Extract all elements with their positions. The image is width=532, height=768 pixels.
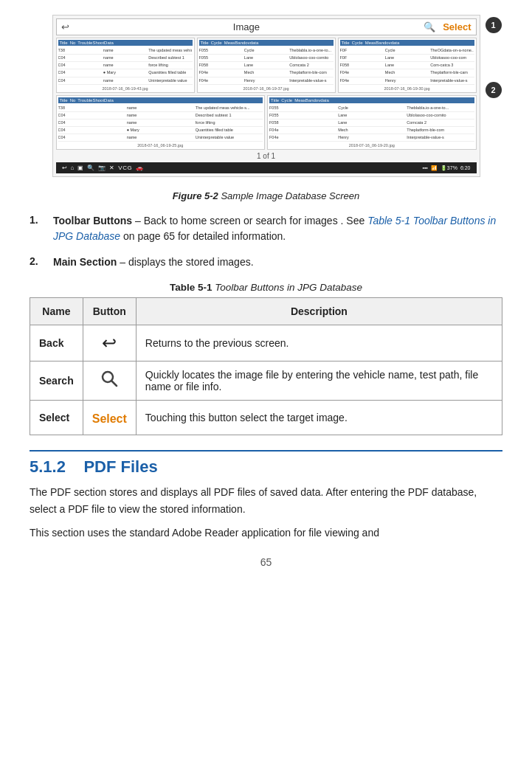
document-list: 1. Toolbar Buttons – Back to home screen… xyxy=(30,213,502,270)
thumb3-date: 2018-07-16_06-19-30.jpg xyxy=(340,86,474,91)
list-num-2: 2. xyxy=(30,255,44,267)
device-left-icons: ↩ ⌂ ▣ 🔍 📷 ✕ VCG 🚗 xyxy=(62,165,144,171)
table-title-italic: Toolbar Buttons in JPG Database xyxy=(215,282,362,293)
thumb5-rows: F055CycleTheblabla.io-a-one-to... F055La… xyxy=(269,105,474,142)
toolbar-select-button[interactable]: Select xyxy=(443,21,471,32)
list-item-1: 1. Toolbar Buttons – Back to home screen… xyxy=(30,213,502,244)
thumb2-rows: F055CycleTheblabla.io-a-one-to... F055La… xyxy=(199,47,334,85)
callout-2: 2 xyxy=(486,82,502,98)
thumb3-header: TitleCycleMeasBandovdata xyxy=(340,40,474,46)
figure-caption-label: Figure 5-2 xyxy=(173,190,218,201)
device-wifi-icon: 📶 xyxy=(431,165,438,171)
thumb1-header: TitleNoTroubleShootData xyxy=(58,40,193,46)
list-term-1: Toolbar Buttons xyxy=(53,215,132,226)
list-text-2: displays the stored images. xyxy=(128,256,254,268)
toolbar-search-icon[interactable]: 🔍 xyxy=(424,21,435,32)
row-search-name: Search xyxy=(30,361,83,401)
select-orange-label: Select xyxy=(92,412,127,425)
page-number: 65 xyxy=(30,556,502,568)
col-button-header: Button xyxy=(83,298,136,325)
row-select-button: Select xyxy=(83,401,136,435)
thumbnail-1[interactable]: TitleNoTroubleShootData T38nameThe updat… xyxy=(56,38,195,93)
figure-inner: ↩ Image 🔍 Select TitleNoTroubleShootData… xyxy=(53,15,480,176)
device-toolbar: ↩ ⌂ ▣ 🔍 📷 ✕ VCG 🚗 ▪▪▪ 📶 🔋37% 6:20 xyxy=(56,162,477,173)
device-right-icons: ▪▪▪ 📶 🔋37% 6:20 xyxy=(422,165,470,171)
table-header-row: Name Button Description xyxy=(30,298,502,325)
thumb4-header: TitleNoTroubleShootData xyxy=(58,97,263,103)
section-512-title: 5.1.2 PDF Files xyxy=(30,450,502,477)
row-back-name: Back xyxy=(30,325,83,361)
toolbar-back-icon[interactable]: ↩ xyxy=(61,21,69,32)
table-row-search: Search Quickly locates the image file by… xyxy=(30,361,502,401)
thumbnail-4[interactable]: TitleNoTroubleShootData T38nameThe updat… xyxy=(56,95,266,151)
device-grid-icon[interactable]: ▣ xyxy=(77,165,83,171)
device-close-icon[interactable]: ✕ xyxy=(109,165,114,171)
table-row-back: Back ↩ Returns to the previous screen. xyxy=(30,325,502,361)
section-para-2: This section uses the standard Adobe Rea… xyxy=(30,525,502,541)
device-camera-icon[interactable]: 📷 xyxy=(98,165,106,171)
figure-container: ↩ Image 🔍 Select TitleNoTroubleShootData… xyxy=(52,15,480,177)
list-text-1b: on page 65 for detailed information. xyxy=(123,230,286,242)
device-vcg-label: VCG xyxy=(118,165,132,171)
col-name-header: Name xyxy=(30,298,83,325)
list-content-1: Toolbar Buttons – Back to home screen or… xyxy=(53,213,502,244)
thumb5-date: 2018-07-16_06-19-20.jpg xyxy=(269,143,474,148)
list-term-2: Main Section xyxy=(53,256,117,268)
device-time: 6:20 xyxy=(460,165,471,170)
figure-caption-text: Sample Image Database Screen xyxy=(221,190,359,201)
figure-caption: Figure 5-2 Sample Image Database Screen xyxy=(30,190,502,201)
list-num-1: 1. xyxy=(30,213,44,226)
thumb2-header: TitleCycleMeasBandovdata xyxy=(199,40,334,46)
thumb2-date: 2018-07-16_06-19-37.jpg xyxy=(199,86,334,91)
row-select-name: Select xyxy=(30,401,83,435)
device-search-icon[interactable]: 🔍 xyxy=(87,165,94,171)
col-description-header: Description xyxy=(136,298,502,325)
image-toolbar: ↩ Image 🔍 Select xyxy=(56,18,477,35)
thumbnail-grid-row1: TitleNoTroubleShootData T38nameThe updat… xyxy=(56,38,477,93)
thumb4-date: 2018-07-16_06-19-25.jpg xyxy=(58,143,263,148)
list-text-1: Back to home screen or search for images… xyxy=(144,215,367,226)
section-number: 5.1.2 xyxy=(30,457,66,476)
thumb1-date: 2018-07-16_06-19-43.jpg xyxy=(58,86,193,91)
device-back-icon[interactable]: ↩ xyxy=(62,165,67,171)
list-item-2: 2. Main Section – displays the stored im… xyxy=(30,255,502,270)
list-content-2: Main Section – displays the stored image… xyxy=(53,255,254,270)
row-select-description: Touching this button select the target i… xyxy=(136,401,502,435)
svg-line-1 xyxy=(112,381,117,387)
thumbnail-3[interactable]: TitleCycleMeasBandovdata F0FCycleTheOGda… xyxy=(338,38,477,93)
row-search-description: Quickly locates the image file by enteri… xyxy=(136,361,502,401)
section-para-1: The PDF section stores and displays all … xyxy=(30,484,502,517)
table-title: Table 5-1 Toolbar Buttons in JPG Databas… xyxy=(30,282,502,293)
device-battery-icon: 🔋37% xyxy=(441,165,457,171)
row-back-description: Returns to the previous screen. xyxy=(136,325,502,361)
page-indicator: 1 of 1 xyxy=(56,152,477,160)
list-dash-1: – xyxy=(135,215,144,226)
toolbar-title: Image xyxy=(74,21,420,32)
list-dash-2: – xyxy=(120,256,128,268)
device-signal-icon: ▪▪▪ xyxy=(422,165,427,170)
toolbar-table: Name Button Description Back ↩ Returns t… xyxy=(30,297,502,435)
row-search-button xyxy=(83,361,136,401)
thumbnail-grid-row2: TitleNoTroubleShootData T38nameThe updat… xyxy=(56,95,477,151)
thumbnail-5[interactable]: TitleCycleMeasBandovdata F055CycleThebla… xyxy=(267,95,477,151)
thumb1-rows: T38nameThe updated meas vehicle-s... C04… xyxy=(58,47,193,85)
section-title-text: PDF Files xyxy=(83,457,157,476)
row-back-button: ↩ xyxy=(83,325,136,361)
thumb5-header: TitleCycleMeasBandovdata xyxy=(269,97,474,103)
search-icon-svg xyxy=(100,369,119,388)
device-car-icon: 🚗 xyxy=(136,165,143,171)
table-title-label: Table 5-1 xyxy=(170,282,213,293)
thumb3-rows: F0FCycleTheOGdata-on-a-none... F0FLaneUb… xyxy=(340,47,474,85)
thumbnail-2[interactable]: TitleCycleMeasBandovdata F055CycleThebla… xyxy=(197,38,336,93)
table-row-select: Select Select Touching this button selec… xyxy=(30,401,502,435)
device-home-icon[interactable]: ⌂ xyxy=(71,165,75,171)
thumb4-rows: T38nameThe updated meas vehicle-s... C04… xyxy=(58,105,263,142)
callout-1: 1 xyxy=(486,17,502,33)
